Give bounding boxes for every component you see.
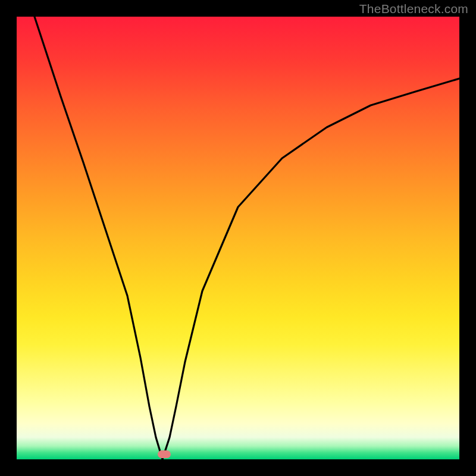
chart-frame: TheBottleneck.com [0, 0, 476, 476]
optimal-marker [158, 450, 171, 458]
curve-path [35, 17, 459, 459]
bottleneck-curve [17, 17, 459, 459]
watermark-text: TheBottleneck.com [359, 2, 468, 16]
plot-area [17, 17, 459, 459]
